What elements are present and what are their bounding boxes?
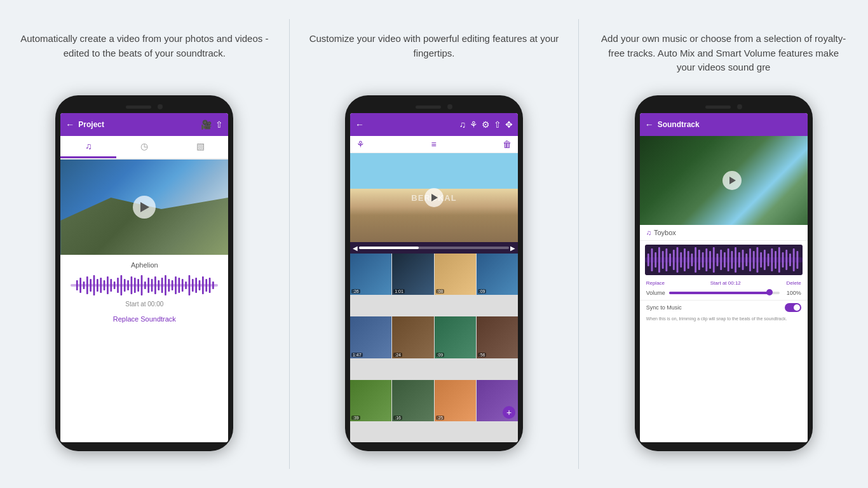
crop-icon-2[interactable]: ⚘ — [356, 139, 365, 149]
thumb-8[interactable]: :56 — [477, 316, 518, 358]
thumb-11[interactable]: :25 — [435, 380, 476, 421]
app-bar-3: ← Soundtrack — [640, 113, 808, 136]
start-label: Start at 00:12 — [710, 280, 741, 286]
svg-rect-34 — [189, 275, 191, 295]
share-icon-1[interactable]: ⇧ — [215, 119, 223, 130]
phone-frame-2: ← ♫ ⚘ ⚙ ⇧ ✥ ⚘ ≡ 🗑 — [345, 95, 523, 451]
svg-rect-79 — [778, 247, 780, 273]
thumb-5[interactable]: 1:47 — [350, 316, 391, 358]
svg-rect-55 — [691, 254, 693, 266]
svg-rect-49 — [669, 254, 671, 266]
thumb-9[interactable]: :39 — [350, 380, 391, 421]
back-icon-2[interactable]: ← — [355, 119, 364, 130]
thumb-7[interactable]: :09 — [435, 316, 476, 358]
svg-rect-5 — [90, 279, 92, 292]
sync-note: When this is on, trimming a clip will sn… — [640, 315, 808, 325]
svg-rect-47 — [661, 251, 663, 269]
thumb-6[interactable]: :24 — [392, 316, 433, 358]
svg-rect-18 — [134, 278, 136, 293]
svg-rect-15 — [124, 279, 126, 292]
svg-rect-68 — [738, 252, 740, 268]
replace-soundtrack-link[interactable]: Replace Soundtrack — [113, 315, 176, 323]
volume-thumb — [766, 289, 773, 295]
svg-rect-46 — [658, 247, 660, 273]
share-icon-2[interactable]: ⇧ — [494, 119, 501, 130]
video-preview-3 — [640, 136, 808, 225]
svg-rect-56 — [695, 247, 696, 273]
svg-rect-61 — [713, 247, 715, 273]
thumb-2[interactable]: 1:01 — [392, 254, 433, 295]
play-btn-2[interactable] — [424, 188, 444, 207]
svg-rect-35 — [192, 279, 194, 292]
sync-label: Sync to Music — [646, 304, 785, 311]
play-btn-3[interactable] — [722, 171, 742, 190]
svg-rect-30 — [175, 276, 177, 294]
svg-rect-80 — [782, 252, 783, 268]
delete-label[interactable]: Delete — [787, 280, 801, 286]
svg-rect-39 — [206, 279, 208, 292]
thumb-1[interactable]: :26 — [350, 254, 391, 295]
app-bar-2: ← ♫ ⚘ ⚙ ⇧ ✥ — [350, 113, 518, 136]
thumb-label-4: :09 — [478, 289, 487, 294]
svg-rect-25 — [158, 280, 160, 290]
svg-rect-11 — [111, 279, 112, 292]
tl-progress — [359, 247, 419, 249]
svg-rect-26 — [161, 278, 163, 293]
svg-rect-22 — [148, 278, 150, 293]
svg-rect-45 — [654, 252, 656, 268]
thumb-label-2: 1:01 — [393, 289, 405, 294]
svg-rect-83 — [792, 248, 794, 271]
tl-dots — [359, 247, 509, 249]
toggle-knob — [794, 304, 800, 311]
sync-row: Sync to Music — [640, 300, 808, 315]
replace-label[interactable]: Replace — [646, 280, 665, 286]
tl-left-arrow[interactable]: ◀ — [353, 245, 358, 252]
svg-rect-17 — [131, 276, 133, 294]
sync-toggle[interactable] — [785, 303, 801, 312]
volume-slider[interactable] — [669, 292, 780, 294]
svg-rect-69 — [742, 250, 743, 270]
thumb-10[interactable]: :16 — [392, 380, 433, 421]
tab-music-1[interactable]: ♫ — [60, 136, 116, 158]
svg-rect-27 — [165, 275, 166, 295]
tab-time-1[interactable]: ◷ — [116, 136, 172, 158]
screen3-content: ♫ Toybox — [640, 136, 808, 442]
effects-icon-2[interactable]: ⚘ — [470, 119, 478, 130]
svg-rect-65 — [727, 248, 729, 271]
add-clip-btn[interactable]: + — [503, 406, 515, 419]
thumb-3[interactable]: :08 — [435, 254, 476, 295]
svg-rect-73 — [756, 247, 758, 273]
expand-icon-2[interactable]: ✥ — [505, 119, 513, 130]
svg-rect-23 — [151, 279, 153, 292]
phone-speaker-3 — [705, 105, 731, 109]
tl-right-arrow[interactable]: ▶ — [510, 245, 515, 252]
thumb-label-6: :24 — [393, 353, 402, 357]
svg-rect-71 — [749, 248, 751, 271]
volume-label: Volume — [646, 290, 665, 296]
tab-grid-1[interactable]: ▧ — [172, 136, 228, 158]
toybox-label: Toybox — [654, 229, 676, 236]
svg-rect-4 — [86, 276, 88, 294]
thumb-label-7: :09 — [436, 353, 445, 357]
play-arrow-2 — [431, 194, 438, 201]
video-icon-1[interactable]: 🎥 — [201, 119, 212, 130]
panel-3: Add your own music or choose from a sele… — [579, 19, 868, 458]
svg-rect-78 — [775, 251, 776, 269]
svg-rect-40 — [209, 278, 211, 293]
thumb-4[interactable]: :09 — [477, 254, 518, 295]
track-section: Aphelion — [60, 255, 228, 329]
back-icon-3[interactable]: ← — [645, 119, 654, 130]
panel2-description: Customize your video with powerful editi… — [296, 32, 573, 83]
back-icon-1[interactable]: ← — [65, 119, 74, 130]
svg-rect-14 — [121, 275, 123, 295]
svg-rect-32 — [182, 279, 184, 292]
music-icon-2[interactable]: ♫ — [459, 119, 466, 130]
app-bar-title-1: Project — [78, 120, 197, 129]
settings-icon-2[interactable]: ⚙ — [482, 119, 490, 130]
phone-frame-1: ← Project 🎥 ⇧ ♫ ◷ ▧ — [55, 95, 233, 451]
thumb-label-11: :25 — [436, 416, 445, 420]
delete-icon-2[interactable]: 🗑 — [503, 139, 512, 149]
adjust-icon-2[interactable]: ≡ — [431, 139, 436, 149]
main-container: Automatically create a video from your p… — [0, 0, 868, 488]
thumb-add[interactable]: + — [477, 380, 518, 421]
